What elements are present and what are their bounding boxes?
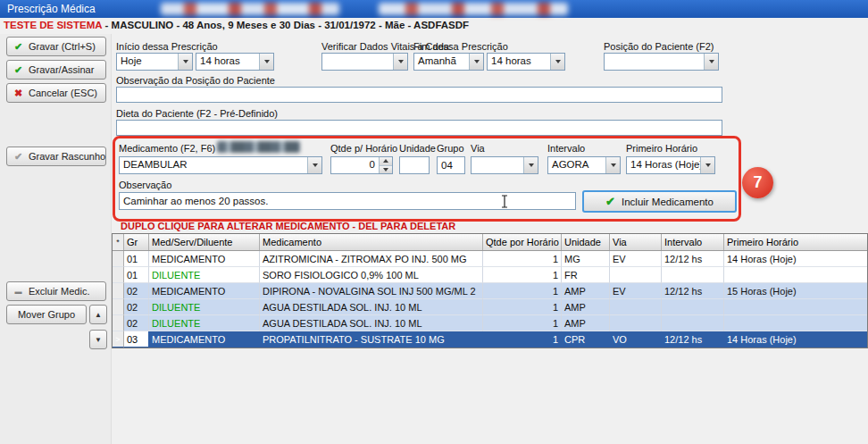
cancel-button[interactable]: ✖ Cancelar (ESC) xyxy=(6,83,106,103)
chevron-down-icon[interactable] xyxy=(605,157,620,173)
chevron-down-icon[interactable] xyxy=(700,157,714,173)
cell-unidade: AMP xyxy=(562,283,610,299)
exclude-med-button[interactable]: ▬ Excluir Medic. xyxy=(6,281,106,301)
check-icon: ✔ xyxy=(605,195,615,208)
table-row[interactable]: >03MEDICAMENTOPROPATILNITRATO - SUSTRATE… xyxy=(113,331,867,348)
chevron-down-icon[interactable] xyxy=(178,54,192,70)
column-header-primeiro[interactable]: Primeiro Horário xyxy=(724,234,867,250)
save-sign-button[interactable]: ✔ Gravar/Assinar xyxy=(6,60,106,80)
cell-gr: 02 xyxy=(124,299,149,315)
grid-header: * Gr Med/Serv/Diluente Medicamento Qtde … xyxy=(113,234,867,251)
unidade-input[interactable] xyxy=(399,156,430,174)
column-header-tipo[interactable]: Med/Serv/Diluente xyxy=(149,234,260,250)
cell-med: AGUA DESTILADA SOL. INJ. 10 ML xyxy=(260,299,483,315)
grupo-input[interactable]: 04 xyxy=(437,156,465,174)
move-group-up-button[interactable]: ▲ xyxy=(89,305,107,324)
move-group-down-button[interactable]: ▼ xyxy=(89,330,107,349)
table-row[interactable]: 01MEDICAMENTOAZITROMICINA - ZITROMAX PO … xyxy=(113,251,867,267)
cell-via: EV xyxy=(610,251,662,267)
chevron-down-icon[interactable] xyxy=(550,54,564,70)
inicio-day-select[interactable]: Hoje xyxy=(116,53,193,71)
cell-unidade: AMP xyxy=(562,315,610,331)
patient-details: - MASCULINO - 48 Anos, 9 Meses e 30 Dias… xyxy=(105,20,470,30)
cell-med: SORO FISIOLOGICO 0,9% 100 ML xyxy=(260,267,483,283)
chevron-down-icon[interactable] xyxy=(469,54,483,70)
via-value xyxy=(472,157,523,173)
posicao-select[interactable] xyxy=(604,53,719,71)
table-row[interactable]: 02DILUENTEAGUA DESTILADA SOL. INJ. 10 ML… xyxy=(113,315,867,331)
column-header-via[interactable]: Via xyxy=(610,234,662,250)
row-indicator xyxy=(113,251,124,267)
qtde-stepper[interactable]: 0 xyxy=(330,156,393,174)
column-header-gr[interactable]: Gr xyxy=(124,234,149,250)
redacted-title-text xyxy=(161,3,339,15)
table-row[interactable]: 02DILUENTEAGUA DESTILADA SOL. INJ. 10 ML… xyxy=(113,299,867,315)
fim-day-value: Amanhã xyxy=(414,54,469,70)
save-draft-button[interactable]: ✔ Gravar Rascunho xyxy=(6,147,106,166)
table-row[interactable]: 01DILUENTESORO FISIOLOGICO 0,9% 100 ML1F… xyxy=(113,267,867,283)
minus-icon: ▬ xyxy=(13,288,24,296)
primeiro-horario-select[interactable]: 14 Horas (Hoje) xyxy=(626,156,715,174)
fim-time-select[interactable]: 14 horas xyxy=(487,53,565,71)
vitais-select[interactable] xyxy=(321,53,408,71)
inicio-day-value: Hoje xyxy=(117,54,178,70)
via-label: Via xyxy=(471,143,485,154)
cell-via: EV xyxy=(610,283,662,299)
cell-unidade: CPR xyxy=(562,331,610,348)
via-select[interactable] xyxy=(471,156,538,174)
grupo-label: Grupo xyxy=(437,143,464,154)
cell-med: AZITROMICINA - ZITROMAX PO INJ. 500 MG xyxy=(260,251,483,267)
primeiro-horario-label: Primeiro Horário xyxy=(626,143,697,154)
save-draft-button-label: Gravar Rascunho xyxy=(29,151,105,162)
annotation-step-number: 7 xyxy=(753,173,762,192)
cell-unidade: AMP xyxy=(562,299,610,315)
column-header-medicamento[interactable]: Medicamento xyxy=(260,234,483,250)
cell-med: AGUA DESTILADA SOL. INJ. 10 ML xyxy=(260,315,483,331)
cell-via xyxy=(610,299,662,315)
cell-gr: 02 xyxy=(124,283,149,299)
move-group-button-label: Mover Grupo xyxy=(18,309,75,320)
spin-up-icon[interactable] xyxy=(380,157,392,166)
cell-intervalo: 12/12 hs xyxy=(662,283,724,299)
cell-intervalo xyxy=(662,299,724,315)
intervalo-select[interactable]: AGORA xyxy=(547,156,621,174)
inicio-time-select[interactable]: 14 horas xyxy=(196,53,274,71)
obs-posicao-label: Observação da Posição do Paciente xyxy=(116,75,275,86)
sidebar: ✔ Gravar (Ctrl+S) ✔ Gravar/Assinar ✖ Can… xyxy=(0,34,112,444)
move-group-button[interactable]: Mover Grupo xyxy=(6,305,87,324)
patient-header: TESTE DE SISTEMA- MASCULINO - 48 Anos, 9… xyxy=(0,18,868,34)
fim-day-select[interactable]: Amanhã xyxy=(413,53,484,71)
chevron-down-icon[interactable] xyxy=(393,54,407,70)
column-header-unidade[interactable]: Unidade xyxy=(562,234,610,250)
cell-via xyxy=(610,267,662,283)
cell-via: VO xyxy=(610,331,662,348)
save-sign-button-label: Gravar/Assinar xyxy=(29,64,94,75)
table-row[interactable]: 02MEDICAMENTODIPIRONA - NOVALGINA SOL IN… xyxy=(113,283,867,299)
cell-gr: 02 xyxy=(124,315,149,331)
spin-down-icon[interactable] xyxy=(380,166,392,174)
grupo-value: 04 xyxy=(441,160,453,171)
chevron-down-icon[interactable] xyxy=(307,157,321,173)
cell-tipo: MEDICAMENTO xyxy=(149,283,260,299)
titlebar: Prescrição Médica xyxy=(0,0,868,18)
cell-gr: 01 xyxy=(124,251,149,267)
column-header-intervalo[interactable]: Intervalo xyxy=(662,234,724,250)
save-button[interactable]: ✔ Gravar (Ctrl+S) xyxy=(6,37,106,56)
cell-via xyxy=(610,315,662,331)
cell-unidade: FR xyxy=(562,267,610,283)
cell-intervalo: 12/12 hs xyxy=(662,251,724,267)
cell-med: PROPATILNITRATO - SUSTRATE 10 MG xyxy=(260,331,483,348)
exclude-med-button-label: Excluir Medic. xyxy=(29,286,89,297)
medicamento-select[interactable]: DEAMBULAR xyxy=(119,156,322,174)
column-header-qtde[interactable]: Qtde por Horário xyxy=(483,234,562,250)
chevron-down-icon[interactable] xyxy=(259,54,273,70)
dieta-label: Dieta do Paciente (F2 - Pré-Definido) xyxy=(116,108,278,119)
chevron-down-icon[interactable] xyxy=(523,157,538,173)
grid-hint-text: DUPLO CLIQUE PARA ALTERAR MEDICAMENTO - … xyxy=(121,221,455,231)
dieta-input[interactable] xyxy=(116,120,722,136)
cell-primeiro xyxy=(724,315,867,331)
unidade-label: Unidade xyxy=(399,143,436,154)
incluir-medicamento-button[interactable]: ✔ Incluir Medicamento xyxy=(582,190,737,213)
chevron-down-icon[interactable] xyxy=(704,54,718,70)
obs-posicao-input[interactable] xyxy=(116,87,722,103)
